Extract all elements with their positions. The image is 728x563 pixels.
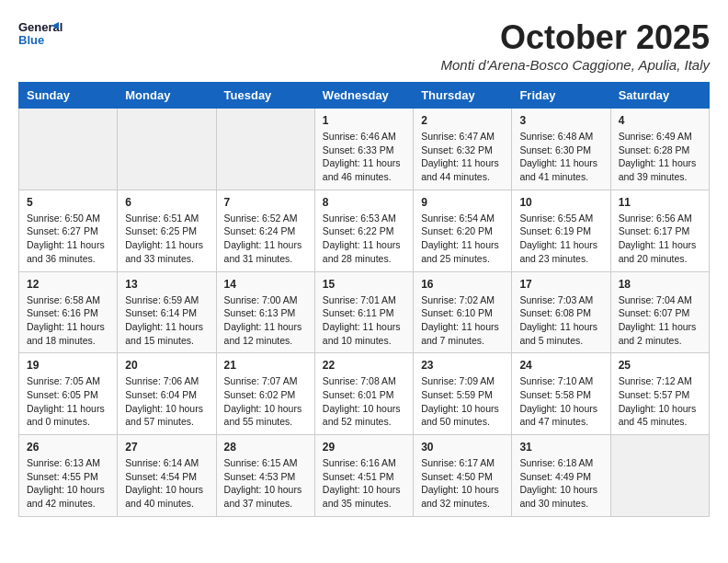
calendar-cell: 21Sunrise: 7:07 AM Sunset: 6:02 PM Dayli… bbox=[216, 353, 314, 435]
day-info: Sunrise: 7:01 AM Sunset: 6:11 PM Dayligh… bbox=[323, 293, 405, 348]
day-info: Sunrise: 7:00 AM Sunset: 6:13 PM Dayligh… bbox=[224, 293, 307, 348]
calendar-cell: 4Sunrise: 6:49 AM Sunset: 6:28 PM Daylig… bbox=[610, 109, 709, 190]
day-info: Sunrise: 6:16 AM Sunset: 4:51 PM Dayligh… bbox=[323, 456, 405, 511]
day-number: 13 bbox=[125, 278, 208, 291]
calendar-cell bbox=[610, 435, 709, 517]
calendar-cell: 14Sunrise: 7:00 AM Sunset: 6:13 PM Dayli… bbox=[216, 271, 314, 353]
day-header-sunday: Sunday bbox=[19, 83, 118, 109]
day-info: Sunrise: 7:08 AM Sunset: 6:01 PM Dayligh… bbox=[323, 374, 405, 429]
day-info: Sunrise: 7:07 AM Sunset: 6:02 PM Dayligh… bbox=[224, 374, 307, 429]
day-header-tuesday: Tuesday bbox=[216, 83, 314, 109]
day-number: 4 bbox=[619, 114, 701, 127]
day-number: 5 bbox=[27, 196, 109, 209]
day-info: Sunrise: 6:17 AM Sunset: 4:50 PM Dayligh… bbox=[421, 456, 504, 511]
calendar-cell: 20Sunrise: 7:06 AM Sunset: 6:04 PM Dayli… bbox=[118, 353, 216, 435]
week-row-3: 12Sunrise: 6:58 AM Sunset: 6:16 PM Dayli… bbox=[19, 271, 710, 353]
day-number: 19 bbox=[27, 359, 109, 372]
day-info: Sunrise: 6:46 AM Sunset: 6:33 PM Dayligh… bbox=[323, 130, 405, 184]
day-info: Sunrise: 6:58 AM Sunset: 6:16 PM Dayligh… bbox=[27, 293, 109, 348]
day-number: 21 bbox=[224, 359, 307, 372]
day-info: Sunrise: 6:59 AM Sunset: 6:14 PM Dayligh… bbox=[125, 293, 208, 348]
day-info: Sunrise: 6:18 AM Sunset: 4:49 PM Dayligh… bbox=[519, 456, 602, 511]
calendar-cell: 13Sunrise: 6:59 AM Sunset: 6:14 PM Dayli… bbox=[118, 271, 216, 353]
day-info: Sunrise: 6:55 AM Sunset: 6:19 PM Dayligh… bbox=[519, 212, 602, 266]
day-info: Sunrise: 7:04 AM Sunset: 6:07 PM Dayligh… bbox=[619, 293, 701, 348]
day-info: Sunrise: 6:51 AM Sunset: 6:25 PM Dayligh… bbox=[125, 212, 208, 266]
week-row-5: 26Sunrise: 6:13 AM Sunset: 4:55 PM Dayli… bbox=[19, 435, 710, 517]
calendar-cell: 7Sunrise: 6:52 AM Sunset: 6:24 PM Daylig… bbox=[216, 190, 314, 271]
day-number: 10 bbox=[519, 196, 602, 209]
calendar-cell: 23Sunrise: 7:09 AM Sunset: 5:59 PM Dayli… bbox=[414, 353, 512, 435]
logo-icon: General Blue bbox=[18, 18, 63, 48]
day-number: 2 bbox=[421, 114, 504, 127]
day-info: Sunrise: 6:54 AM Sunset: 6:20 PM Dayligh… bbox=[421, 212, 504, 266]
calendar-cell: 8Sunrise: 6:53 AM Sunset: 6:22 PM Daylig… bbox=[314, 190, 413, 271]
day-number: 3 bbox=[519, 114, 602, 127]
week-row-2: 5Sunrise: 6:50 AM Sunset: 6:27 PM Daylig… bbox=[19, 190, 710, 271]
svg-text:Blue: Blue bbox=[18, 33, 44, 47]
calendar-cell: 10Sunrise: 6:55 AM Sunset: 6:19 PM Dayli… bbox=[512, 190, 610, 271]
day-header-thursday: Thursday bbox=[414, 83, 512, 109]
calendar-cell: 16Sunrise: 7:02 AM Sunset: 6:10 PM Dayli… bbox=[414, 271, 512, 353]
week-row-1: 1Sunrise: 6:46 AM Sunset: 6:33 PM Daylig… bbox=[19, 109, 710, 190]
day-number: 20 bbox=[125, 359, 208, 372]
day-number: 12 bbox=[27, 278, 109, 291]
calendar-cell: 12Sunrise: 6:58 AM Sunset: 6:16 PM Dayli… bbox=[19, 271, 118, 353]
page-header: General Blue October 2025 Monti d'Arena-… bbox=[18, 18, 710, 73]
title-block: October 2025 Monti d'Arena-Bosco Caggion… bbox=[441, 18, 710, 73]
location-title: Monti d'Arena-Bosco Caggione, Apulia, It… bbox=[441, 57, 710, 73]
day-info: Sunrise: 6:50 AM Sunset: 6:27 PM Dayligh… bbox=[27, 212, 109, 266]
day-number: 26 bbox=[27, 441, 109, 454]
calendar-cell: 6Sunrise: 6:51 AM Sunset: 6:25 PM Daylig… bbox=[118, 190, 216, 271]
day-info: Sunrise: 6:56 AM Sunset: 6:17 PM Dayligh… bbox=[619, 212, 701, 266]
day-info: Sunrise: 6:47 AM Sunset: 6:32 PM Dayligh… bbox=[421, 130, 504, 184]
calendar-cell bbox=[118, 109, 216, 190]
day-info: Sunrise: 7:02 AM Sunset: 6:10 PM Dayligh… bbox=[421, 293, 504, 348]
calendar-cell: 22Sunrise: 7:08 AM Sunset: 6:01 PM Dayli… bbox=[314, 353, 413, 435]
calendar-cell: 25Sunrise: 7:12 AM Sunset: 5:57 PM Dayli… bbox=[610, 353, 709, 435]
day-info: Sunrise: 6:15 AM Sunset: 4:53 PM Dayligh… bbox=[224, 456, 307, 511]
calendar-cell: 19Sunrise: 7:05 AM Sunset: 6:05 PM Dayli… bbox=[19, 353, 118, 435]
calendar-cell: 28Sunrise: 6:15 AM Sunset: 4:53 PM Dayli… bbox=[216, 435, 314, 517]
day-info: Sunrise: 6:14 AM Sunset: 4:54 PM Dayligh… bbox=[125, 456, 208, 511]
day-info: Sunrise: 6:49 AM Sunset: 6:28 PM Dayligh… bbox=[619, 130, 701, 184]
day-info: Sunrise: 6:13 AM Sunset: 4:55 PM Dayligh… bbox=[27, 456, 109, 511]
day-header-monday: Monday bbox=[118, 83, 216, 109]
calendar-cell bbox=[19, 109, 118, 190]
days-header-row: SundayMondayTuesdayWednesdayThursdayFrid… bbox=[19, 83, 710, 109]
day-number: 17 bbox=[519, 278, 602, 291]
day-info: Sunrise: 7:12 AM Sunset: 5:57 PM Dayligh… bbox=[619, 374, 701, 429]
day-number: 11 bbox=[619, 196, 701, 209]
calendar-cell: 3Sunrise: 6:48 AM Sunset: 6:30 PM Daylig… bbox=[512, 109, 610, 190]
day-header-saturday: Saturday bbox=[610, 83, 709, 109]
week-row-4: 19Sunrise: 7:05 AM Sunset: 6:05 PM Dayli… bbox=[19, 353, 710, 435]
calendar-cell: 1Sunrise: 6:46 AM Sunset: 6:33 PM Daylig… bbox=[314, 109, 413, 190]
calendar-cell: 24Sunrise: 7:10 AM Sunset: 5:58 PM Dayli… bbox=[512, 353, 610, 435]
day-info: Sunrise: 6:53 AM Sunset: 6:22 PM Dayligh… bbox=[323, 212, 405, 266]
day-number: 29 bbox=[323, 441, 405, 454]
day-number: 23 bbox=[421, 359, 504, 372]
day-number: 28 bbox=[224, 441, 307, 454]
day-number: 27 bbox=[125, 441, 208, 454]
logo: General Blue bbox=[18, 18, 63, 48]
day-info: Sunrise: 7:09 AM Sunset: 5:59 PM Dayligh… bbox=[421, 374, 504, 429]
day-info: Sunrise: 7:10 AM Sunset: 5:58 PM Dayligh… bbox=[519, 374, 602, 429]
day-number: 22 bbox=[323, 359, 405, 372]
day-number: 14 bbox=[224, 278, 307, 291]
calendar-table: SundayMondayTuesdayWednesdayThursdayFrid… bbox=[18, 82, 710, 517]
day-number: 16 bbox=[421, 278, 504, 291]
day-number: 8 bbox=[323, 196, 405, 209]
calendar-cell: 30Sunrise: 6:17 AM Sunset: 4:50 PM Dayli… bbox=[414, 435, 512, 517]
day-info: Sunrise: 7:06 AM Sunset: 6:04 PM Dayligh… bbox=[125, 374, 208, 429]
calendar-cell: 31Sunrise: 6:18 AM Sunset: 4:49 PM Dayli… bbox=[512, 435, 610, 517]
day-number: 15 bbox=[323, 278, 405, 291]
calendar-cell: 27Sunrise: 6:14 AM Sunset: 4:54 PM Dayli… bbox=[118, 435, 216, 517]
calendar-cell: 17Sunrise: 7:03 AM Sunset: 6:08 PM Dayli… bbox=[512, 271, 610, 353]
calendar-cell: 26Sunrise: 6:13 AM Sunset: 4:55 PM Dayli… bbox=[19, 435, 118, 517]
day-header-friday: Friday bbox=[512, 83, 610, 109]
day-number: 24 bbox=[519, 359, 602, 372]
day-info: Sunrise: 7:03 AM Sunset: 6:08 PM Dayligh… bbox=[519, 293, 602, 348]
day-number: 7 bbox=[224, 196, 307, 209]
day-number: 25 bbox=[619, 359, 701, 372]
day-number: 6 bbox=[125, 196, 208, 209]
